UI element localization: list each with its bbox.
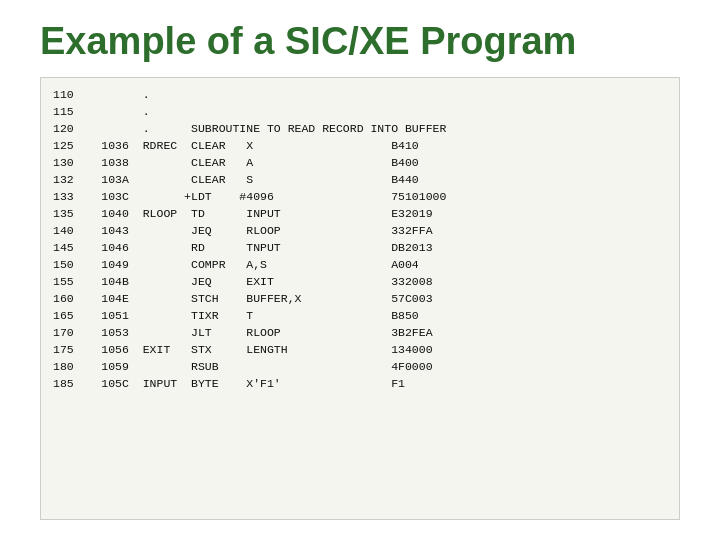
- code-block: 110 . 115 . 120 . SUBROUTINE TO READ REC…: [40, 77, 680, 520]
- slide-title: Example of a SIC/XE Program: [40, 20, 680, 63]
- slide: Example of a SIC/XE Program 110 . 115 . …: [0, 0, 720, 540]
